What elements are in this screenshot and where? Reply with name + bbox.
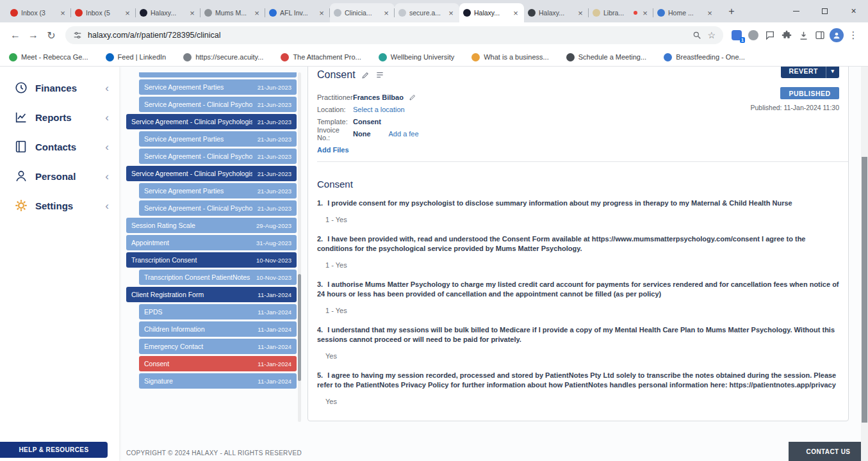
- bookmark-item[interactable]: The Attachment Pro...: [281, 53, 361, 61]
- document-list-item[interactable]: EPDS 11-Jan-2024: [139, 304, 297, 319]
- scrollbar-thumb[interactable]: [862, 157, 867, 423]
- minimize-button[interactable]: [782, 0, 810, 22]
- browser-tab[interactable]: secure.a... ×: [395, 3, 459, 22]
- tab-close-icon[interactable]: ×: [317, 8, 326, 18]
- sidebar-item-reports[interactable]: Reports ‹: [0, 102, 119, 132]
- forward-icon[interactable]: →: [24, 26, 42, 44]
- reload-icon[interactable]: ↻: [42, 26, 60, 44]
- scrollbar-thumb[interactable]: [298, 274, 301, 381]
- document-list-item[interactable]: Service Agreement - Clinical Psychol... …: [139, 200, 297, 216]
- revert-button[interactable]: REVERT ▾: [781, 67, 839, 78]
- bookmark-item[interactable]: Schedule a Meeting...: [566, 53, 646, 61]
- document-list-item[interactable]: Service Agreement - Clinical Psychol... …: [139, 149, 297, 164]
- bookmark-item[interactable]: https://secure.acuity...: [183, 53, 263, 61]
- browser-tab[interactable]: Halaxy... ×: [459, 3, 524, 22]
- browser-tab[interactable]: Inbox (5 ×: [71, 3, 136, 22]
- sidebar-label: Reports: [35, 112, 98, 123]
- sidebar-item-settings[interactable]: Settings ‹: [0, 191, 119, 220]
- bookmark-item[interactable]: Meet - Rebecca Ge...: [9, 53, 88, 61]
- tab-close-icon[interactable]: ×: [382, 8, 391, 18]
- tab-close-icon[interactable]: ×: [511, 8, 520, 18]
- document-title: Transcription Consent PatientNotes ...: [144, 273, 251, 281]
- bookmark-item[interactable]: Breastfeeding - One...: [664, 53, 745, 61]
- extensions-puzzle-icon[interactable]: [778, 27, 795, 44]
- bookmark-star-icon[interactable]: ☆: [707, 30, 716, 40]
- question-answer: 1 - Yes: [325, 216, 839, 224]
- document-list-item[interactable]: Appointment 31-Aug-2023: [126, 235, 297, 250]
- downloads-icon[interactable]: [795, 27, 812, 44]
- extension-icon[interactable]: 1: [728, 27, 745, 44]
- question-number: 4.: [317, 326, 323, 334]
- tab-close-icon[interactable]: ×: [188, 8, 197, 18]
- help-resources-button[interactable]: HELP & RESOURCES: [0, 442, 108, 458]
- add-files-link-text[interactable]: Add Files: [317, 146, 349, 154]
- tab-title: Clinicia...: [345, 9, 379, 17]
- document-list-item[interactable]: Service Agreement Parties 21-Jun-2023: [139, 79, 297, 95]
- add-fee-link[interactable]: Add a fee: [389, 130, 419, 138]
- document-list-item[interactable]: Service Agreement - Clinical Psychol... …: [139, 97, 297, 112]
- tune-icon[interactable]: [73, 31, 82, 40]
- browser-tab[interactable]: Halaxy... ×: [136, 3, 201, 22]
- side-panel-icon[interactable]: [812, 27, 828, 44]
- new-tab-button[interactable]: +: [723, 3, 740, 20]
- edit-practitioner-pencil-icon[interactable]: [409, 93, 416, 101]
- contact-us-button[interactable]: CONTACT US: [789, 442, 868, 461]
- form-list-icon[interactable]: [375, 70, 384, 79]
- bookmark-item[interactable]: What is a business...: [471, 53, 549, 61]
- tab-title: Halaxy...: [474, 9, 508, 17]
- document-list-item[interactable]: Consent 11-Jan-2024: [139, 356, 297, 371]
- sidebar-item-finances[interactable]: Finances ‹: [0, 73, 119, 102]
- chevron-down-icon[interactable]: ▾: [826, 68, 839, 74]
- bookmark-item[interactable]: Wellbeing University: [379, 53, 454, 61]
- extension-icon[interactable]: [745, 27, 762, 44]
- close-button[interactable]: ×: [839, 0, 868, 22]
- browser-tab[interactable]: Mums M... ×: [201, 3, 265, 22]
- window-controls: ×: [782, 0, 868, 22]
- document-title: Service Agreement - Clinical Psychol...: [144, 204, 252, 212]
- chevron-left-icon: ‹: [105, 200, 109, 211]
- browser-tab[interactable]: Halaxy... ×: [524, 3, 589, 22]
- document-list-item[interactable]: Service Agreement - Clinical Psychologis…: [126, 166, 297, 181]
- document-list-item[interactable]: Transcription Consent PatientNotes ... 1…: [139, 270, 297, 285]
- document-list-scrollbar[interactable]: [298, 72, 301, 422]
- tab-close-icon[interactable]: ×: [123, 8, 132, 18]
- tab-close-icon[interactable]: ×: [576, 8, 585, 18]
- edit-title-pencil-icon[interactable]: [361, 71, 370, 79]
- invoice-row: Invoice No.: None Add a fee: [317, 127, 839, 140]
- bookmark-item[interactable]: Feed | LinkedIn: [106, 53, 167, 61]
- browser-tab[interactable]: Home ... ×: [653, 3, 718, 22]
- browser-tab[interactable]: Clinicia... ×: [330, 3, 395, 22]
- tab-favicon-icon: [75, 9, 83, 17]
- page-scrollbar[interactable]: [861, 67, 868, 461]
- tab-close-icon[interactable]: ×: [446, 8, 455, 18]
- browser-tab[interactable]: Inbox (3 ×: [6, 3, 71, 22]
- profile-avatar[interactable]: [828, 27, 845, 44]
- document-list-item[interactable]: Emergency Contact 11-Jan-2024: [139, 339, 297, 354]
- search-lens-icon[interactable]: [692, 31, 701, 40]
- document-list-item[interactable]: Transcription Consent 10-Nov-2023: [126, 252, 297, 268]
- sidebar-item-personal[interactable]: Personal ‹: [0, 161, 119, 191]
- tab-close-icon[interactable]: ×: [58, 8, 67, 18]
- detail-title: Consent: [317, 69, 356, 81]
- sidebar-item-contacts[interactable]: Contacts ‹: [0, 132, 119, 161]
- document-list-item[interactable]: Service Agreement Parties 21-Jun-2023: [139, 183, 297, 198]
- tab-close-icon[interactable]: ×: [641, 8, 650, 18]
- document-list-item[interactable]: Service Agreement Parties 21-Jun-2023: [139, 131, 297, 147]
- document-list-item[interactable]: Client Registration Form 11-Jan-2024: [126, 287, 297, 302]
- list-item-clipped[interactable]: [139, 72, 297, 77]
- tab-close-icon[interactable]: ×: [252, 8, 261, 18]
- address-bar[interactable]: halaxy.com/a/r/patient/728395/clinical ☆: [65, 26, 723, 44]
- browser-tab[interactable]: Libra... ×: [589, 3, 653, 22]
- maximize-button[interactable]: [810, 0, 839, 22]
- url-text[interactable]: halaxy.com/a/r/patient/728395/clinical: [88, 31, 687, 40]
- tab-close-icon[interactable]: ×: [705, 8, 714, 18]
- browser-tab[interactable]: AFL Inv... ×: [265, 3, 330, 22]
- back-icon[interactable]: ←: [6, 26, 24, 44]
- document-list-item[interactable]: Signature 11-Jan-2024: [139, 373, 297, 389]
- chat-extension-icon[interactable]: [762, 27, 778, 44]
- document-list-item[interactable]: Session Rating Scale 29-Aug-2023: [126, 218, 297, 233]
- select-location-link[interactable]: Select a location: [353, 106, 405, 113]
- document-list-item[interactable]: Children Information 11-Jan-2024: [139, 321, 297, 337]
- document-list-item[interactable]: Service Agreement - Clinical Psychologis…: [126, 114, 297, 129]
- menu-kebab-icon[interactable]: ⋮: [845, 27, 862, 44]
